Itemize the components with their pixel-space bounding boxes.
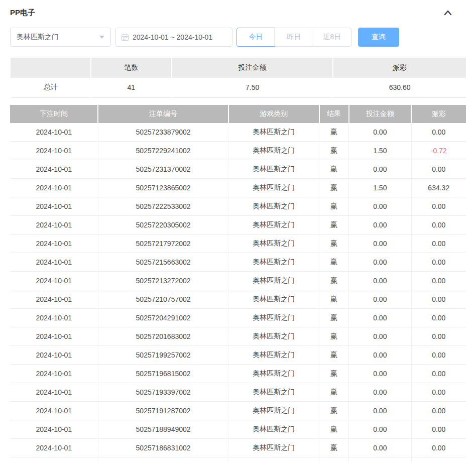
- cell-game-type: 奥林匹斯之门: [228, 290, 319, 309]
- summary-header-count: 笔数: [91, 58, 172, 78]
- cell-game-type: 奥林匹斯之门: [228, 197, 319, 216]
- cell-empty: [228, 457, 319, 462]
- summary-header-payout: 派彩: [333, 58, 466, 78]
- quick-date-button-group: 今日 昨日 近8日: [236, 28, 351, 47]
- table-header-row: 下注时间注单编号游戏类别结果投注金额派彩: [10, 105, 466, 123]
- cell-game-type: 奥林匹斯之门: [228, 179, 319, 197]
- cell-payout: 0.00: [411, 216, 466, 234]
- cell-bet-time: 2024-10-01: [10, 253, 98, 272]
- cell-game-type: 奥林匹斯之门: [228, 272, 319, 290]
- table-row-partial: [10, 457, 466, 462]
- cell-bet-amount: 0.00: [349, 234, 411, 253]
- bet-records-table: 下注时间注单编号游戏类别结果投注金额派彩 2024-10-01502572338…: [10, 105, 466, 462]
- table-row: 2024-10-0150257193397002奥林匹斯之门赢0.000.00: [10, 383, 466, 402]
- collapse-button[interactable]: [441, 7, 455, 19]
- cell-bet-time: 2024-10-01: [10, 290, 98, 309]
- date-range-value: 2024-10-01 ~ 2024-10-01: [133, 33, 212, 41]
- cell-bet-amount: 0.00: [349, 160, 411, 179]
- cell-bet-amount: 0.00: [349, 402, 411, 420]
- table-row: 2024-10-0150257196815002奥林匹斯之门赢0.000.00: [10, 365, 466, 383]
- search-button[interactable]: 查询: [358, 28, 399, 47]
- cell-bet-time: 2024-10-01: [10, 309, 98, 327]
- cell-empty: [98, 457, 228, 462]
- summary-table: 笔数 投注金额 派彩 总计 41 7.50 630.60: [10, 58, 466, 98]
- cell-bet-time: 2024-10-01: [10, 160, 98, 179]
- cell-result: 赢: [319, 420, 349, 439]
- table-row: 2024-10-0150257201683002奥林匹斯之门赢0.000.00: [10, 327, 466, 346]
- table-row: 2024-10-0150257231370002奥林匹斯之门赢0.000.00: [10, 160, 466, 179]
- cell-payout: -0.72: [411, 142, 466, 160]
- table-row: 2024-10-0150257229241002奥林匹斯之门赢1.50-0.72: [10, 142, 466, 160]
- column-header-result: 结果: [319, 105, 349, 123]
- cell-game-type: 奥林匹斯之门: [228, 439, 319, 457]
- column-header-game-type: 游戏类别: [228, 105, 319, 123]
- yesterday-button[interactable]: 昨日: [275, 28, 313, 47]
- column-header-payout: 派彩: [411, 105, 466, 123]
- summary-header-empty: [11, 58, 91, 78]
- cell-game-type: 奥林匹斯之门: [228, 160, 319, 179]
- panel-header: PP电子: [10, 0, 466, 19]
- table-row: 2024-10-0150257222533002奥林匹斯之门赢0.000.00: [10, 197, 466, 216]
- date-range-input[interactable]: 2024-10-01 ~ 2024-10-01: [115, 28, 232, 47]
- table-row: 2024-10-0150257204291002奥林匹斯之门赢0.000.00: [10, 309, 466, 327]
- cell-bet-amount: 0.00: [349, 216, 411, 234]
- cell-game-type: 奥林匹斯之门: [228, 420, 319, 439]
- last8days-button[interactable]: 近8日: [313, 28, 351, 47]
- cell-bet-id: 50257220305002: [98, 216, 228, 234]
- cell-bet-amount: 1.50: [349, 179, 411, 197]
- cell-bet-amount: 0.00: [349, 439, 411, 457]
- cell-result: 赢: [319, 309, 349, 327]
- table-row: 2024-10-0150257215663002奥林匹斯之门赢0.000.00: [10, 253, 466, 272]
- cell-payout: 0.00: [411, 346, 466, 365]
- summary-header-row: 笔数 投注金额 派彩: [11, 58, 466, 78]
- cell-payout: 0.00: [411, 290, 466, 309]
- cell-bet-id: 50257196815002: [98, 365, 228, 383]
- summary-header-bet-amount: 投注金额: [172, 58, 333, 78]
- cell-result: 赢: [319, 365, 349, 383]
- cell-payout: 0.00: [411, 272, 466, 290]
- page-title: PP电子: [10, 8, 35, 18]
- cell-payout: 634.32: [411, 179, 466, 197]
- cell-bet-amount: 0.00: [349, 272, 411, 290]
- cell-payout: 0.00: [411, 234, 466, 253]
- cell-result: 赢: [319, 253, 349, 272]
- cell-result: 赢: [319, 179, 349, 197]
- cell-bet-time: 2024-10-01: [10, 346, 98, 365]
- cell-result: 赢: [319, 383, 349, 402]
- cell-game-type: 奥林匹斯之门: [228, 327, 319, 346]
- cell-game-type: 奥林匹斯之门: [228, 402, 319, 420]
- calendar-icon: [121, 33, 129, 41]
- cell-bet-time: 2024-10-01: [10, 123, 98, 142]
- cell-bet-amount: 0.00: [349, 346, 411, 365]
- today-button[interactable]: 今日: [236, 28, 275, 47]
- cell-bet-time: 2024-10-01: [10, 402, 98, 420]
- cell-bet-id: 50257231370002: [98, 160, 228, 179]
- cell-bet-id: 50257233879002: [98, 123, 228, 142]
- summary-total-count: 41: [91, 78, 172, 97]
- table-row: 2024-10-0150257217972002奥林匹斯之门赢0.000.00: [10, 234, 466, 253]
- cell-bet-amount: 0.00: [349, 365, 411, 383]
- cell-bet-id: 50257191287002: [98, 402, 228, 420]
- cell-bet-time: 2024-10-01: [10, 327, 98, 346]
- table-row: 2024-10-0150257210757002奥林匹斯之门赢0.000.00: [10, 290, 466, 309]
- cell-result: 赢: [319, 327, 349, 346]
- cell-bet-amount: 0.00: [349, 197, 411, 216]
- cell-result: 赢: [319, 346, 349, 365]
- game-select[interactable]: 奥林匹斯之门: [10, 28, 111, 47]
- cell-empty: [10, 457, 98, 462]
- cell-payout: 0.00: [411, 383, 466, 402]
- cell-empty: [411, 457, 466, 462]
- cell-game-type: 奥林匹斯之门: [228, 346, 319, 365]
- cell-bet-id: 50257229241002: [98, 142, 228, 160]
- cell-payout: 0.00: [411, 439, 466, 457]
- cell-payout: 0.00: [411, 160, 466, 179]
- cell-payout: 0.00: [411, 327, 466, 346]
- cell-bet-time: 2024-10-01: [10, 439, 98, 457]
- cell-bet-id: 50257222533002: [98, 197, 228, 216]
- cell-game-type: 奥林匹斯之门: [228, 253, 319, 272]
- table-row: 2024-10-0150257213272002奥林匹斯之门赢0.000.00: [10, 272, 466, 290]
- cell-payout: 0.00: [411, 365, 466, 383]
- cell-bet-id: 50257201683002: [98, 327, 228, 346]
- cell-bet-time: 2024-10-01: [10, 142, 98, 160]
- cell-payout: 0.00: [411, 402, 466, 420]
